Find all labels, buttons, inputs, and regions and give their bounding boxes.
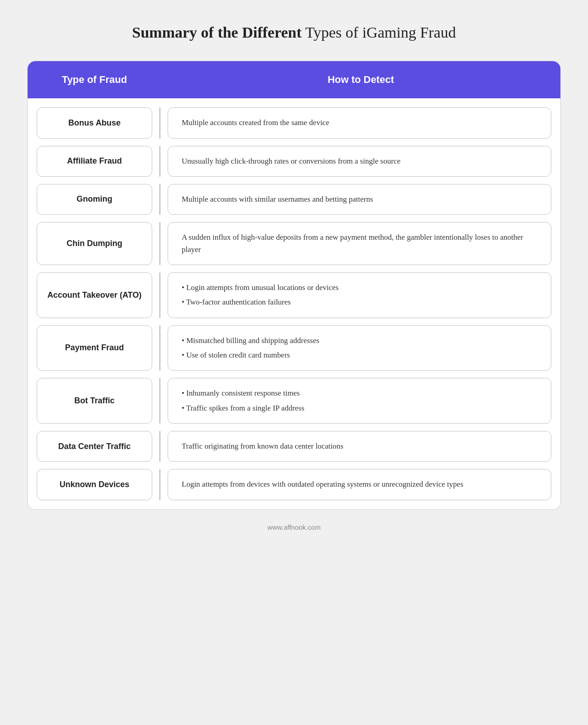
table-header: Type of Fraud How to Detect <box>28 61 560 98</box>
type-cell: Account Takeover (ATO) <box>37 272 152 318</box>
page-title: Summary of the Different Types of iGamin… <box>132 23 456 43</box>
page-container: Summary of the Different Types of iGamin… <box>0 0 588 725</box>
row-divider <box>159 146 160 177</box>
table-row: Unknown DevicesLogin attempts from devic… <box>37 469 551 500</box>
table-row: Payment Fraud• Mismatched billing and sh… <box>37 325 551 371</box>
detect-cell: • Inhumanly consistent response times• T… <box>168 378 551 424</box>
type-cell: Payment Fraud <box>37 325 152 371</box>
type-cell: Affiliate Fraud <box>37 146 152 177</box>
header-type: Type of Fraud <box>28 61 161 98</box>
detect-cell: • Login attempts from unusual locations … <box>168 272 551 318</box>
bullet-item: • Two-factor authentication failures <box>182 296 338 308</box>
type-cell: Unknown Devices <box>37 469 152 500</box>
bullet-item: • Use of stolen credit card numbers <box>182 349 319 361</box>
detect-cell: Multiple accounts created from the same … <box>168 107 551 138</box>
footer-text: www.affnook.com <box>267 523 320 531</box>
type-cell: Bonus Abuse <box>37 107 152 138</box>
row-divider <box>159 325 160 371</box>
bullet-item: • Mismatched billing and shipping addres… <box>182 335 319 347</box>
table-row: GnomingMultiple accounts with similar us… <box>37 184 551 215</box>
row-divider <box>159 431 160 462</box>
detect-cell: A sudden influx of high-value deposits f… <box>168 222 551 265</box>
fraud-table: Type of Fraud How to Detect Bonus AbuseM… <box>27 61 561 509</box>
type-cell: Data Center Traffic <box>37 431 152 462</box>
bullet-item: • Inhumanly consistent response times <box>182 387 304 399</box>
table-row: Account Takeover (ATO)• Login attempts f… <box>37 272 551 318</box>
table-body: Bonus AbuseMultiple accounts created fro… <box>28 98 560 509</box>
row-divider <box>159 378 160 424</box>
type-cell: Chin Dumping <box>37 222 152 265</box>
table-row: Affiliate FraudUnusually high click-thro… <box>37 146 551 177</box>
row-divider <box>159 222 160 265</box>
title-bold: Summary of the Different <box>132 24 302 41</box>
detect-cell: Unusually high click-through rates or co… <box>168 146 551 177</box>
detect-cell: Traffic originating from known data cent… <box>168 431 551 462</box>
row-divider <box>159 184 160 215</box>
table-row: Data Center TrafficTraffic originating f… <box>37 431 551 462</box>
header-detect: How to Detect <box>161 61 560 98</box>
bullet-item: • Traffic spikes from a single IP addres… <box>182 402 304 414</box>
type-cell: Bot Traffic <box>37 378 152 424</box>
row-divider <box>159 107 160 138</box>
detect-cell: Multiple accounts with similar usernames… <box>168 184 551 215</box>
type-cell: Gnoming <box>37 184 152 215</box>
bullet-item: • Login attempts from unusual locations … <box>182 282 338 294</box>
detect-cell: • Mismatched billing and shipping addres… <box>168 325 551 371</box>
table-row: Bonus AbuseMultiple accounts created fro… <box>37 107 551 138</box>
row-divider <box>159 469 160 500</box>
detect-cell: Login attempts from devices with outdate… <box>168 469 551 500</box>
row-divider <box>159 272 160 318</box>
table-row: Chin DumpingA sudden influx of high-valu… <box>37 222 551 265</box>
table-row: Bot Traffic• Inhumanly consistent respon… <box>37 378 551 424</box>
title-normal: Types of iGaming Fraud <box>302 24 456 41</box>
